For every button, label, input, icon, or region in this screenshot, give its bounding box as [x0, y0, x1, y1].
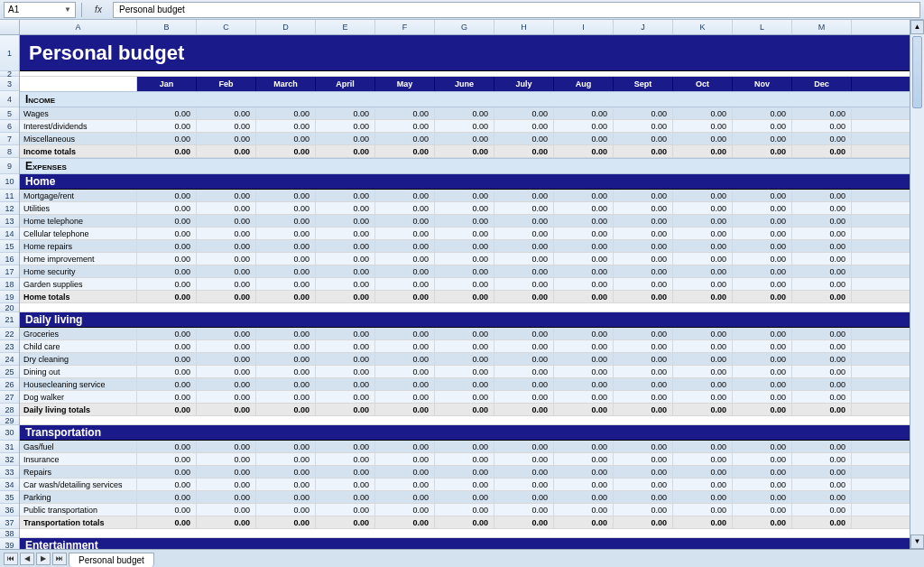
value-cell[interactable]: 0.00	[316, 240, 375, 252]
value-cell[interactable]: 0.00	[673, 215, 733, 227]
value-cell[interactable]: 0.00	[137, 253, 197, 265]
value-cell[interactable]: 0.00	[614, 215, 673, 227]
value-cell[interactable]: 0.00	[673, 328, 733, 339]
value-cell[interactable]: 0.00	[733, 145, 792, 157]
value-cell[interactable]: 0.00	[673, 491, 733, 503]
row-header[interactable]: 13	[0, 215, 19, 228]
column-header[interactable]: G	[435, 20, 494, 34]
row-header[interactable]: 15	[0, 240, 19, 253]
column-header[interactable]: F	[375, 20, 435, 34]
value-cell[interactable]: 0.00	[673, 120, 733, 132]
value-cell[interactable]: 0.00	[554, 228, 614, 239]
value-cell[interactable]: 0.00	[792, 228, 852, 239]
value-cell[interactable]: 0.00	[673, 479, 733, 490]
value-cell[interactable]: 0.00	[792, 215, 852, 227]
value-cell[interactable]: 0.00	[554, 107, 614, 119]
total-row[interactable]: Daily living totals0.000.000.000.000.000…	[20, 404, 924, 416]
value-cell[interactable]: 0.00	[316, 228, 375, 239]
value-cell[interactable]: 0.00	[494, 516, 554, 528]
value-cell[interactable]: 0.00	[375, 278, 435, 290]
row-header[interactable]: 30	[0, 425, 19, 441]
value-cell[interactable]: 0.00	[435, 240, 494, 252]
value-cell[interactable]: 0.00	[494, 479, 554, 490]
value-cell[interactable]: 0.00	[375, 466, 435, 478]
column-header[interactable]: D	[256, 20, 316, 34]
value-cell[interactable]: 0.00	[256, 491, 316, 503]
data-row[interactable]: Dog walker0.000.000.000.000.000.000.000.…	[20, 391, 924, 404]
value-cell[interactable]: 0.00	[673, 366, 733, 377]
value-cell[interactable]: 0.00	[614, 453, 673, 465]
value-cell[interactable]: 0.00	[733, 504, 792, 516]
value-cell[interactable]: 0.00	[197, 228, 256, 239]
value-cell[interactable]: 0.00	[494, 366, 554, 377]
data-row[interactable]: Home improvement0.000.000.000.000.000.00…	[20, 253, 924, 265]
value-cell[interactable]: 0.00	[375, 190, 435, 201]
value-cell[interactable]: 0.00	[137, 353, 197, 365]
value-cell[interactable]: 0.00	[494, 291, 554, 302]
value-cell[interactable]: 0.00	[137, 504, 197, 516]
value-cell[interactable]: 0.00	[733, 278, 792, 290]
value-cell[interactable]: 0.00	[733, 516, 792, 528]
row-header[interactable]: 10	[0, 174, 19, 190]
value-cell[interactable]: 0.00	[554, 120, 614, 132]
value-cell[interactable]: 0.00	[494, 404, 554, 415]
data-row[interactable]: Home telephone0.000.000.000.000.000.000.…	[20, 215, 924, 228]
value-cell[interactable]: 0.00	[673, 353, 733, 365]
value-cell[interactable]: 0.00	[435, 328, 494, 339]
value-cell[interactable]: 0.00	[375, 340, 435, 352]
value-cell[interactable]: 0.00	[792, 353, 852, 365]
scroll-up-button[interactable]: ▲	[910, 20, 924, 34]
value-cell[interactable]: 0.00	[673, 378, 733, 390]
value-cell[interactable]: 0.00	[673, 190, 733, 201]
value-cell[interactable]: 0.00	[494, 133, 554, 144]
data-row[interactable]: Public transportation0.000.000.000.000.0…	[20, 504, 924, 516]
value-cell[interactable]: 0.00	[494, 441, 554, 452]
data-row[interactable]: Gas/fuel0.000.000.000.000.000.000.000.00…	[20, 441, 924, 453]
value-cell[interactable]: 0.00	[733, 133, 792, 144]
value-cell[interactable]: 0.00	[733, 120, 792, 132]
row-header[interactable]: 36	[0, 504, 19, 516]
row-header[interactable]: 25	[0, 366, 19, 378]
value-cell[interactable]: 0.00	[197, 340, 256, 352]
value-cell[interactable]: 0.00	[435, 516, 494, 528]
value-cell[interactable]: 0.00	[673, 291, 733, 302]
row-header[interactable]: 22	[0, 328, 19, 340]
value-cell[interactable]: 0.00	[375, 215, 435, 227]
value-cell[interactable]: 0.00	[435, 228, 494, 239]
value-cell[interactable]: 0.00	[375, 133, 435, 144]
value-cell[interactable]: 0.00	[137, 133, 197, 144]
value-cell[interactable]: 0.00	[673, 340, 733, 352]
value-cell[interactable]: 0.00	[554, 404, 614, 415]
value-cell[interactable]: 0.00	[375, 253, 435, 265]
value-cell[interactable]: 0.00	[197, 404, 256, 415]
value-cell[interactable]: 0.00	[375, 265, 435, 277]
value-cell[interactable]: 0.00	[435, 133, 494, 144]
value-cell[interactable]: 0.00	[197, 353, 256, 365]
value-cell[interactable]: 0.00	[435, 453, 494, 465]
row-header[interactable]: 6	[0, 120, 19, 133]
sheet-tab[interactable]: Personal budget	[69, 553, 154, 567]
column-header[interactable]: I	[554, 20, 614, 34]
value-cell[interactable]: 0.00	[614, 190, 673, 201]
value-cell[interactable]: 0.00	[792, 145, 852, 157]
value-cell[interactable]: 0.00	[673, 202, 733, 214]
value-cell[interactable]: 0.00	[137, 404, 197, 415]
value-cell[interactable]: 0.00	[435, 278, 494, 290]
row-header[interactable]: 23	[0, 340, 19, 353]
value-cell[interactable]: 0.00	[375, 145, 435, 157]
value-cell[interactable]: 0.00	[316, 278, 375, 290]
value-cell[interactable]: 0.00	[733, 291, 792, 302]
value-cell[interactable]: 0.00	[792, 340, 852, 352]
value-cell[interactable]: 0.00	[554, 366, 614, 377]
value-cell[interactable]: 0.00	[137, 107, 197, 119]
value-cell[interactable]: 0.00	[316, 291, 375, 302]
column-header[interactable]: A	[20, 20, 137, 34]
value-cell[interactable]: 0.00	[256, 145, 316, 157]
value-cell[interactable]: 0.00	[197, 366, 256, 377]
value-cell[interactable]: 0.00	[435, 215, 494, 227]
value-cell[interactable]: 0.00	[197, 479, 256, 490]
value-cell[interactable]: 0.00	[614, 479, 673, 490]
value-cell[interactable]: 0.00	[733, 453, 792, 465]
tab-nav-first[interactable]: ⏮	[4, 553, 18, 565]
value-cell[interactable]: 0.00	[792, 190, 852, 201]
